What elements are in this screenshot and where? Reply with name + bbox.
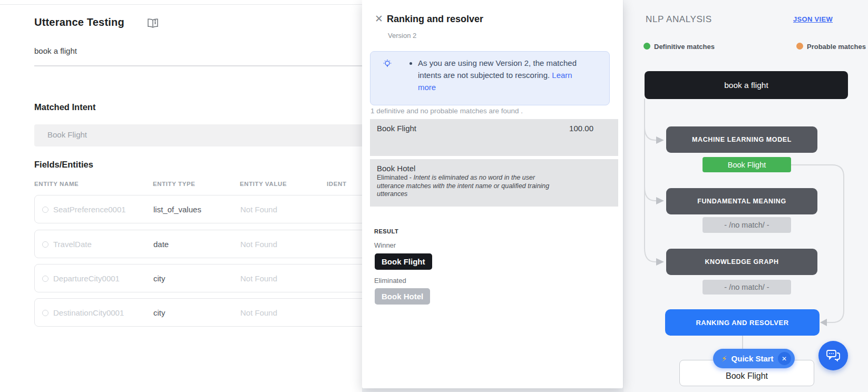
winner-badge: Book Flight — [375, 253, 432, 270]
matched-intent-value: Book Flight — [47, 130, 87, 139]
quick-start-button[interactable]: ⚡ Quick Start ✕ — [713, 349, 795, 368]
entity-type: city — [153, 274, 165, 283]
entity-name: SeatPreference0001 — [53, 205, 126, 214]
ranking-and-resolver-node[interactable]: RANKING AND RESOLVER — [665, 309, 820, 336]
chat-fab-button[interactable] — [818, 341, 848, 370]
modal-title: Ranking and resolver — [387, 14, 483, 25]
matched-intent-field: Book Flight — [34, 124, 382, 146]
machine-learning-model-node[interactable]: MACHINE LEARNING MODEL — [666, 126, 817, 153]
elimination-note: Eliminated - Intent is eliminated as no … — [377, 174, 559, 199]
ranking-resolver-modal: ✕ Ranking and resolver Version 2 As you … — [362, 0, 623, 388]
version-info-banner: As you are using new Version 2, the matc… — [370, 51, 610, 105]
utterance-node: book a flight — [645, 71, 848, 99]
fm-no-match-badge: - /no match/ - — [703, 217, 791, 233]
row-radio-icon[interactable] — [42, 310, 48, 316]
score-row-book-hotel: Book Hotel Eliminated - Intent is elimin… — [370, 159, 618, 207]
row-radio-icon[interactable] — [42, 276, 48, 282]
lightbulb-icon — [382, 58, 393, 69]
winner-label: Winner — [374, 241, 396, 249]
nlp-analysis-panel: NLP ANALYSIS JSON VIEW Definitive matche… — [623, 0, 868, 392]
fields-entities-label: Fields/Entities — [34, 160, 93, 170]
intent-name: Book Hotel — [377, 164, 415, 173]
quick-start-label: Quick Start — [732, 354, 774, 363]
intent-name: Book Flight — [377, 124, 416, 133]
col-entity-type: ENTITY TYPE — [153, 181, 196, 187]
utterance-input-underline — [34, 65, 364, 66]
chat-bubbles-icon — [826, 349, 841, 362]
row-radio-icon[interactable] — [42, 241, 48, 248]
entity-value: Not Found — [240, 205, 277, 214]
col-entity-name: ENTITY NAME — [34, 181, 79, 187]
entity-value: Not Found — [240, 274, 277, 283]
col-entity-value: ENTITY VALUE — [240, 181, 287, 187]
eliminated-badge: Book Hotel — [375, 288, 430, 305]
entity-name: DepartureCity0001 — [53, 274, 120, 283]
matched-intent-label: Matched Intent — [34, 102, 95, 112]
ml-match-badge[interactable]: Book Flight — [703, 157, 791, 172]
result-heading: RESULT — [374, 228, 398, 234]
entity-type: city — [153, 308, 165, 317]
entity-value: Not Found — [240, 308, 277, 317]
docs-book-icon[interactable] — [147, 18, 159, 28]
utterance-testing-panel: Utterance Testing book a flight Matched … — [0, 0, 362, 392]
table-row[interactable]: DestinationCity0001 city Not Found — [34, 298, 382, 327]
modal-version: Version 2 — [388, 32, 416, 40]
fundamental-meaning-node[interactable]: FUNDAMENTAL MEANING — [666, 188, 817, 214]
entity-type: date — [153, 240, 169, 249]
entity-type: list_of_values — [153, 205, 201, 214]
matches-summary: 1 definitive and no probable matches are… — [370, 107, 523, 115]
col-identified: IDENT — [327, 181, 347, 187]
table-row[interactable]: DepartureCity0001 city Not Found — [34, 264, 382, 292]
lightning-bolt-icon: ⚡ — [721, 354, 727, 364]
entity-name: TravelDate — [53, 240, 92, 249]
intent-score: 100.00 — [569, 124, 593, 133]
knowledge-graph-node[interactable]: KNOWLEDGE GRAPH — [666, 249, 817, 275]
entity-name: DestinationCity0001 — [53, 308, 124, 317]
row-radio-icon[interactable] — [42, 207, 48, 213]
entities-table-header: ENTITY NAME ENTITY TYPE ENTITY VALUE IDE… — [34, 181, 403, 188]
kg-no-match-badge: - /no match/ - — [703, 280, 791, 295]
top-divider — [0, 4, 362, 5]
page-title: Utterance Testing — [34, 16, 124, 28]
entity-value: Not Found — [240, 240, 277, 249]
table-row[interactable]: TravelDate date Not Found — [34, 230, 382, 258]
utterance-input[interactable]: book a flight — [34, 46, 77, 55]
quick-start-close-icon[interactable]: ✕ — [778, 352, 791, 365]
eliminated-label: Eliminated — [374, 277, 406, 285]
app-screen: Utterance Testing book a flight Matched … — [0, 0, 868, 392]
info-text-list: As you are using new Version 2, the matc… — [418, 57, 589, 93]
table-row[interactable]: SeatPreference0001 list_of_values Not Fo… — [34, 195, 382, 223]
score-row-book-flight: Book Flight 100.00 — [370, 119, 618, 156]
close-icon[interactable]: ✕ — [375, 14, 383, 24]
